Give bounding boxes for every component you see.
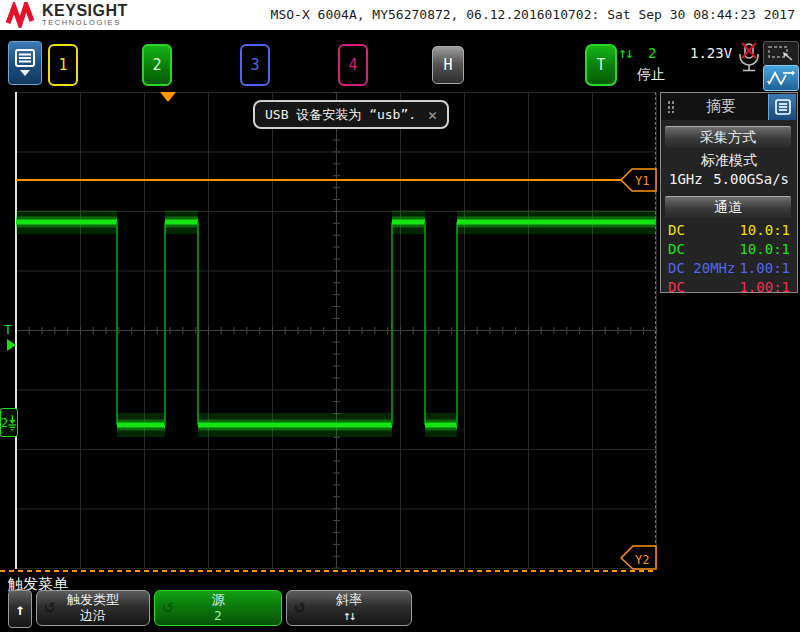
channel-3-button[interactable]: 3 bbox=[240, 44, 270, 86]
cursor-y2-flag[interactable]: Y2 bbox=[620, 545, 657, 570]
run-status: 停止 bbox=[637, 66, 665, 84]
channel-2-button[interactable]: 2 bbox=[142, 44, 172, 86]
cursor-y2-label: Y2 bbox=[635, 553, 649, 567]
sidebar-header[interactable]: 摘要 bbox=[661, 93, 781, 120]
capture-region-icon bbox=[768, 46, 794, 61]
channel-4-summary-row: DC 1.00:1 bbox=[661, 279, 797, 295]
bandwidth-samplerate-row: 1GHz 5.00GSa/s bbox=[661, 171, 797, 187]
channel-4-coupling: DC bbox=[668, 279, 685, 295]
brand-subtitle: TECHNOLOGIES bbox=[42, 18, 128, 27]
title-bar: KEYSIGHT TECHNOLOGIES MSO-X 6004A, MY562… bbox=[0, 0, 800, 30]
channel-2-coupling: DC bbox=[668, 241, 685, 257]
channel-1-summary-row: DC 10.0:1 bbox=[661, 222, 797, 238]
channel-3-probe-ratio: 1.00:1 bbox=[739, 260, 790, 276]
trigger-time-marker[interactable] bbox=[160, 92, 176, 102]
ground-marker-channel: 2 bbox=[1, 416, 8, 430]
keysight-logo: KEYSIGHT TECHNOLOGIES bbox=[6, 2, 128, 28]
ground-symbol-icon bbox=[8, 414, 17, 432]
touch-waveform-button[interactable] bbox=[763, 65, 799, 91]
softkey-value: ↑↓ bbox=[343, 608, 355, 624]
trigger-level-marker-arrow[interactable] bbox=[7, 339, 16, 351]
channel-3-summary-row: DC 20MHz 1.00:1 bbox=[661, 260, 797, 276]
softkey-label: 斜率 bbox=[336, 592, 362, 608]
knob-select-icon: ↺ bbox=[162, 597, 173, 613]
bandwidth-value: 1GHz bbox=[669, 171, 703, 187]
menu-back-button[interactable]: ↑ bbox=[8, 590, 32, 628]
sample-rate-value: 5.00GSa/s bbox=[713, 171, 789, 187]
summary-sidebar: 摘要 采集方式 标准模式 1GHz 5.00GSa/s 通道 DC 10.0:1… bbox=[660, 92, 798, 293]
usb-notification-toast: USB 设备安装为 “usb”. ✕ bbox=[253, 100, 449, 129]
softkey-label: 源 bbox=[212, 592, 225, 608]
waveform-arrows-icon bbox=[767, 70, 795, 87]
sidebar-menu-icon bbox=[775, 99, 791, 115]
trigger-source: 2 bbox=[648, 45, 656, 61]
hamburger-menu-icon bbox=[14, 49, 36, 77]
cursor-right-edge-line bbox=[655, 92, 656, 568]
instrument-id-datetime: MSO-X 6004A, MY56270872, 06.12.201601070… bbox=[271, 7, 795, 22]
trigger-button[interactable]: T bbox=[585, 44, 617, 86]
softkey-value: 边沿 bbox=[80, 608, 106, 624]
acquisition-mode: 标准模式 bbox=[661, 152, 797, 170]
channel-3-bw-limit: 20MHz bbox=[685, 260, 736, 276]
waveform-svg bbox=[0, 90, 660, 570]
channel-1-coupling: DC bbox=[668, 222, 685, 238]
softkey-value: 2 bbox=[214, 608, 222, 624]
channel-2-summary-row: DC 10.0:1 bbox=[661, 241, 797, 257]
channel-4-probe-ratio: 1.00:1 bbox=[739, 279, 790, 295]
channel-1-probe-ratio: 10.0:1 bbox=[739, 222, 790, 238]
keysight-spark-icon bbox=[6, 2, 36, 28]
drag-handle-dots bbox=[667, 100, 674, 113]
acquisition-section-header[interactable]: 采集方式 bbox=[665, 126, 791, 148]
trigger-level-value: 1.23V bbox=[690, 45, 732, 61]
channel-2-ground-marker[interactable]: 2 bbox=[0, 408, 18, 437]
channel-4-button[interactable]: 4 bbox=[338, 44, 368, 86]
sidebar-menu-button[interactable] bbox=[768, 94, 796, 120]
knob-select-icon: ↺ bbox=[44, 597, 55, 613]
top-toolbar: 1 2 1.00V/ 1.47500V 3 4 H 20.00us/ 53.40… bbox=[0, 30, 800, 90]
usb-notification-text: USB 设备安装为 “usb”. bbox=[265, 106, 416, 124]
trigger-slope-icon: ↑↓ bbox=[618, 44, 632, 62]
softkey-menu-bar: 触发菜单 ↑ ↺ 触发类型 边沿 ↺ 源 2 ↺ 斜率 ↑↓ bbox=[0, 570, 800, 632]
brand-name: KEYSIGHT bbox=[42, 3, 128, 18]
cursor-y2-line[interactable] bbox=[0, 570, 657, 572]
softkey-trigger-type[interactable]: ↺ 触发类型 边沿 bbox=[36, 590, 150, 626]
horizontal-button[interactable]: H bbox=[432, 46, 464, 84]
channels-section-header[interactable]: 通道 bbox=[665, 196, 791, 218]
main-menu-button[interactable] bbox=[8, 41, 42, 85]
cursor-y1-label: Y1 bbox=[635, 174, 649, 188]
channel-1-button[interactable]: 1 bbox=[48, 44, 78, 86]
channel-3-coupling: DC bbox=[668, 260, 685, 276]
notification-close-icon[interactable]: ✕ bbox=[428, 106, 437, 124]
softkey-trigger-source[interactable]: ↺ 源 2 bbox=[154, 590, 282, 626]
cursor-y1-flag[interactable]: Y1 bbox=[620, 168, 657, 192]
microphone-muted-icon bbox=[736, 42, 762, 80]
scope-display: Y1 Y2 T 2 USB 设备安装为 “usb”. ✕ bbox=[0, 90, 660, 570]
knob-select-icon: ↺ bbox=[294, 597, 305, 613]
cursor-y1-line[interactable] bbox=[16, 179, 622, 181]
softkey-label: 触发类型 bbox=[67, 592, 119, 608]
sidebar-title: 摘要 bbox=[706, 97, 736, 116]
softkey-trigger-slope[interactable]: ↺ 斜率 ↑↓ bbox=[286, 590, 412, 626]
trigger-level-marker-label: T bbox=[4, 322, 12, 337]
channel-2-probe-ratio: 10.0:1 bbox=[739, 241, 790, 257]
screen-capture-button[interactable] bbox=[763, 41, 799, 66]
